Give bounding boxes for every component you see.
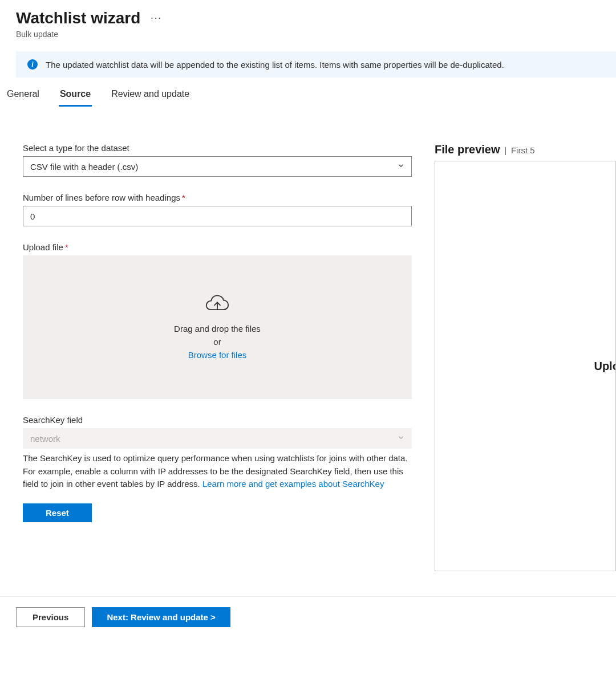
upload-or-text: or [213,337,221,347]
upload-file-field: Upload file* Drag and drop the files or … [23,242,412,399]
info-icon: i [27,59,38,70]
upload-drag-text: Drag and drop the files [174,324,261,334]
preview-empty-text: Uploa [594,360,616,373]
info-banner: i The updated watchlist data will be app… [16,51,616,78]
dataset-type-value: CSV file with a header (.csv) [30,162,138,172]
dataset-type-select[interactable]: CSV file with a header (.csv) [23,156,412,177]
page-title: Watchlist wizard [16,9,140,27]
form-column: Select a type for the dataset CSV file w… [0,143,435,571]
preview-subtitle: First 5 [511,145,535,155]
upload-dropzone[interactable]: Drag and drop the files or Browse for fi… [23,255,412,399]
dataset-type-field: Select a type for the dataset CSV file w… [23,143,412,177]
preview-divider: | [504,146,506,155]
required-indicator: * [65,242,68,252]
lines-before-field: Number of lines before row with headings… [23,193,412,226]
cloud-upload-icon [205,295,230,316]
reset-button[interactable]: Reset [23,503,92,522]
tab-general[interactable]: General [6,86,40,107]
wizard-tabs: General Source Review and update [0,78,616,107]
searchkey-value: network [30,434,60,444]
dataset-type-label: Select a type for the dataset [23,143,412,153]
more-actions-icon[interactable]: ··· [151,13,161,23]
searchkey-help-text: The SearchKey is used to optimize query … [23,452,412,491]
tab-review[interactable]: Review and update [110,86,191,107]
browse-files-link[interactable]: Browse for files [188,350,247,360]
required-indicator: * [182,193,185,202]
preview-column: File preview | First 5 Uploa [435,143,616,571]
previous-button[interactable]: Previous [16,607,85,627]
page-subtitle: Bulk update [16,30,600,39]
next-button[interactable]: Next: Review and update > [92,607,230,627]
searchkey-label: SearchKey field [23,415,412,425]
tab-source[interactable]: Source [59,86,92,107]
info-banner-text: The updated watchlist data will be appen… [46,60,504,70]
preview-title: File preview [435,143,500,156]
wizard-footer: Previous Next: Review and update > [0,596,616,637]
preview-box: Uploa [435,161,616,571]
searchkey-learn-more-link[interactable]: Learn more and get examples about Search… [202,479,384,489]
lines-before-input[interactable] [23,206,412,226]
page-header: Watchlist wizard ··· Bulk update [0,0,616,43]
lines-before-label: Number of lines before row with headings… [23,193,412,202]
searchkey-field: SearchKey field network The SearchKey is… [23,415,412,491]
upload-file-label: Upload file* [23,242,412,252]
searchkey-select: network [23,428,412,449]
